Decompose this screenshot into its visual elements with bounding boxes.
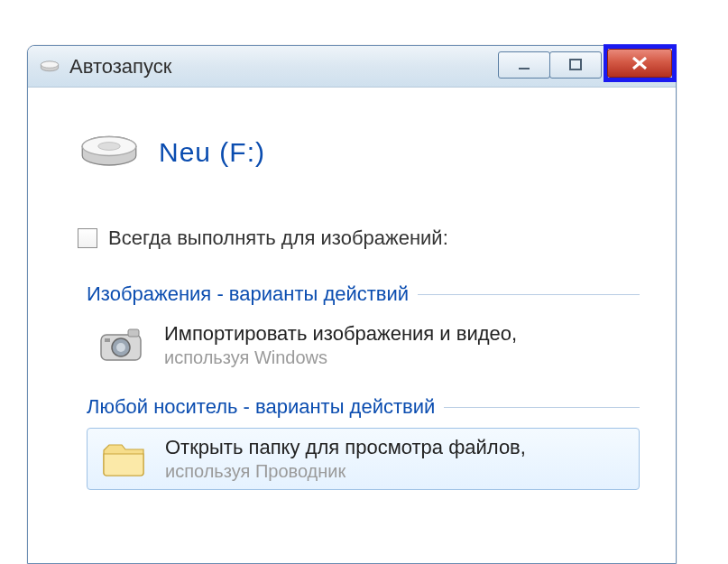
drive-icon	[78, 133, 141, 172]
svg-point-12	[116, 343, 125, 352]
action-open-folder[interactable]: Открыть папку для просмотра файлов, испо…	[87, 428, 640, 490]
drive-icon	[39, 59, 60, 75]
window-title: Автозапуск	[69, 55, 499, 79]
action-text: Открыть папку для просмотра файлов, испо…	[165, 436, 526, 482]
svg-rect-3	[570, 60, 581, 69]
folder-icon	[98, 437, 149, 482]
maximize-button[interactable]	[549, 51, 602, 79]
svg-point-1	[41, 61, 58, 68]
section-title: Изображения - варианты действий	[87, 282, 409, 306]
action-import-pictures[interactable]: Импортировать изображения и видео, испол…	[87, 315, 640, 375]
divider	[418, 294, 640, 295]
svg-point-8	[98, 143, 121, 151]
section-header-images: Изображения - варианты действий	[87, 282, 640, 306]
svg-rect-13	[105, 338, 110, 342]
action-main-label: Импортировать изображения и видео,	[164, 322, 517, 346]
action-sub-label: используя Windows	[164, 347, 517, 368]
svg-rect-10	[128, 329, 139, 337]
titlebar[interactable]: Автозапуск	[28, 46, 676, 88]
section-header-any-media: Любой носитель - варианты действий	[87, 395, 640, 419]
drive-name: Neu (F:)	[159, 137, 265, 168]
checkbox-icon[interactable]	[78, 228, 97, 248]
autoplay-window: Автозапуск	[27, 45, 677, 564]
checkbox-label: Всегда выполнять для изображений:	[108, 227, 448, 250]
divider	[444, 407, 640, 408]
content-area: Neu (F:) Всегда выполнять для изображени…	[28, 88, 676, 490]
camera-icon	[97, 323, 148, 368]
action-main-label: Открыть папку для просмотра файлов,	[165, 436, 526, 459]
section-title: Любой носитель - варианты действий	[87, 395, 435, 419]
close-highlight	[604, 44, 677, 82]
window-controls	[499, 51, 672, 82]
drive-header: Neu (F:)	[78, 133, 640, 172]
close-button[interactable]	[607, 49, 672, 78]
always-do-checkbox-row[interactable]: Всегда выполнять для изображений:	[78, 227, 640, 250]
minimize-button[interactable]	[498, 51, 550, 79]
action-text: Импортировать изображения и видео, испол…	[164, 322, 517, 368]
action-sub-label: используя Проводник	[165, 461, 526, 482]
